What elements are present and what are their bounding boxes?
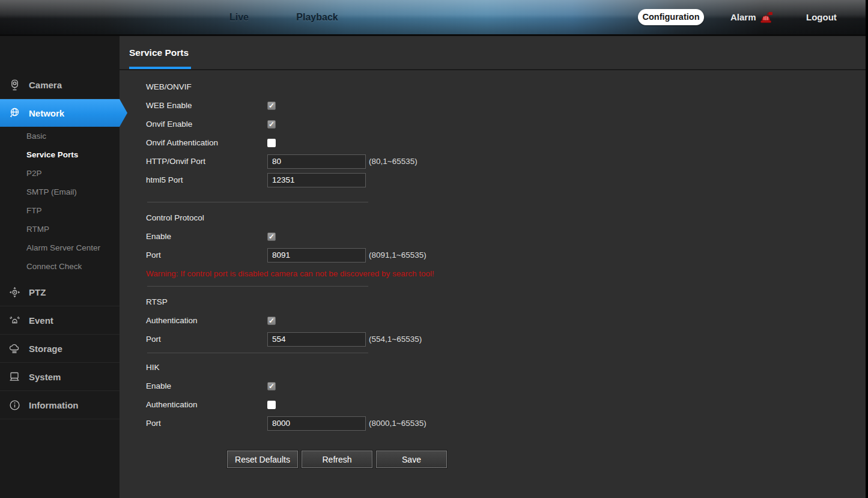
sidebar-item-label: Camera	[29, 80, 62, 90]
onvif-enable-checkbox[interactable]	[267, 120, 276, 129]
service-ports-form: WEB/ONVIF WEB Enable Onvif Enable Onvif …	[120, 70, 868, 468]
hik-enable-checkbox[interactable]	[267, 382, 276, 390]
web-enable-checkbox[interactable]	[267, 102, 276, 110]
sidebar-item-label: Event	[29, 315, 53, 326]
page-tabbar: Service Ports	[120, 36, 868, 70]
port-range-hint: (554,1~65535)	[369, 335, 422, 344]
sidebar-item-camera[interactable]: Camera	[0, 71, 120, 99]
field-label: Enable	[146, 232, 267, 241]
info-circle-icon	[8, 399, 21, 411]
onvif-authentication-checkbox[interactable]	[267, 139, 276, 147]
sidebar-subitem-smtp[interactable]: SMTP (Email)	[0, 183, 120, 201]
field-label: Authentication	[146, 400, 267, 409]
field-label: Port	[146, 335, 267, 344]
control-enable-checkbox[interactable]	[267, 232, 276, 241]
form-row-html5-port: html5 Port	[146, 171, 868, 189]
form-row-onvif-enable: Onvif Enable	[146, 115, 868, 133]
sidebar-item-storage[interactable]: Storage	[0, 335, 120, 363]
sidebar-subitem-service-ports[interactable]: Service Ports	[0, 145, 120, 164]
hik-port-input[interactable]	[267, 416, 366, 431]
reset-defaults-button[interactable]: Reset Defaults	[227, 451, 298, 468]
form-row-hik-enable: Enable	[146, 377, 868, 395]
field-label: WEB Enable	[146, 101, 267, 110]
http-onvif-port-input[interactable]	[267, 154, 366, 169]
sidebar-item-system[interactable]: System	[0, 363, 120, 391]
window-right-edge	[866, 0, 868, 498]
form-row-rtsp-port: Port (554,1~65535)	[146, 330, 868, 348]
active-tab-underline	[129, 67, 191, 69]
sidebar-item-information[interactable]: Information	[0, 391, 120, 419]
tab-playback[interactable]: Playback	[288, 0, 346, 34]
topbar-bottom-edge	[0, 34, 868, 36]
field-label: Port	[146, 251, 267, 260]
sidebar-item-label: PTZ	[29, 287, 46, 297]
form-row-web-enable: WEB Enable	[146, 96, 868, 115]
field-label: html5 Port	[146, 175, 267, 184]
port-range-hint: (8000,1~65535)	[369, 419, 426, 428]
top-navigation-bar: Live Playback Configuration Alarm Logout	[0, 0, 868, 34]
globe-icon	[8, 107, 21, 119]
sidebar-item-label: System	[29, 372, 61, 382]
section-title-control-protocol: Control Protocol	[146, 208, 868, 227]
port-range-hint: (8091,1~65535)	[369, 251, 426, 260]
section-title-web-onvif: WEB/ONVIF	[146, 77, 868, 96]
form-actions: Reset Defaults Refresh Save	[227, 451, 868, 468]
save-button[interactable]: Save	[376, 451, 447, 468]
sidebar-subitem-connect-check[interactable]: Connect Check	[0, 257, 120, 276]
refresh-button[interactable]: Refresh	[302, 451, 372, 468]
sidebar-item-network[interactable]: Network	[0, 99, 127, 127]
tab-live[interactable]: Live	[220, 0, 258, 34]
html5-port-input[interactable]	[267, 173, 366, 187]
field-label: Onvif Enable	[146, 120, 267, 129]
form-row-onvif-authentication: Onvif Authentication	[146, 133, 868, 152]
field-label: Enable	[146, 381, 267, 390]
form-row-hik-authentication: Authentication	[146, 395, 868, 414]
field-label: Authentication	[146, 316, 267, 325]
content-area: Service Ports WEB/ONVIF WEB Enable Onvif…	[120, 36, 868, 498]
field-label: HTTP/Onvif Port	[146, 157, 267, 166]
form-row-control-enable: Enable	[146, 227, 868, 246]
cloud-icon	[8, 342, 21, 354]
tab-configuration[interactable]: Configuration	[638, 9, 704, 25]
rtsp-authentication-checkbox[interactable]	[267, 317, 276, 325]
sidebar-subitem-alarm-server-center[interactable]: Alarm Server Center	[0, 238, 120, 257]
sidebar-item-label: Storage	[29, 344, 62, 354]
control-port-input[interactable]	[267, 248, 366, 263]
section-title-rtsp: RTSP	[146, 293, 868, 311]
sidebar-item-ptz[interactable]: PTZ	[0, 278, 120, 306]
computer-icon	[8, 371, 21, 383]
sidebar: Camera Network Basic Service Ports P2P S…	[0, 36, 120, 498]
rtsp-port-input[interactable]	[267, 332, 366, 347]
port-range-hint: (80,1~65535)	[369, 157, 417, 166]
alarm-button[interactable]: Alarm	[730, 0, 775, 34]
alarm-label: Alarm	[730, 12, 756, 22]
section-divider	[147, 202, 368, 202]
page-title: Service Ports	[129, 47, 189, 58]
form-row-rtsp-authentication: Authentication	[146, 311, 868, 330]
sidebar-subitem-rtmp[interactable]: RTMP	[0, 220, 120, 238]
dpad-icon	[8, 286, 21, 298]
sidebar-subitem-p2p[interactable]: P2P	[0, 164, 120, 183]
sidebar-subitem-ftp[interactable]: FTP	[0, 201, 120, 220]
sidebar-item-event[interactable]: Event	[0, 306, 120, 335]
sidebar-subitem-basic[interactable]: Basic	[0, 127, 120, 145]
form-row-control-port: Port (8091,1~65535)	[146, 246, 868, 264]
field-label: Port	[146, 419, 267, 428]
section-divider	[147, 286, 368, 287]
sidebar-item-label: Network	[29, 108, 64, 118]
control-port-warning: Warning: If control port is disabled cam…	[146, 264, 868, 283]
section-title-hik: HIK	[146, 358, 868, 377]
hik-authentication-checkbox[interactable]	[267, 401, 276, 409]
network-submenu: Basic Service Ports P2P SMTP (Email) FTP…	[0, 127, 120, 276]
beacon-icon	[8, 314, 21, 326]
siren-icon	[759, 10, 775, 25]
field-label: Onvif Authentication	[146, 138, 267, 147]
logout-button[interactable]: Logout	[806, 0, 837, 34]
webcam-icon	[8, 79, 21, 91]
sidebar-item-label: Information	[29, 400, 79, 410]
form-row-http-onvif-port: HTTP/Onvif Port (80,1~65535)	[146, 152, 868, 171]
section-divider	[147, 353, 368, 353]
form-row-hik-port: Port (8000,1~65535)	[146, 414, 868, 433]
